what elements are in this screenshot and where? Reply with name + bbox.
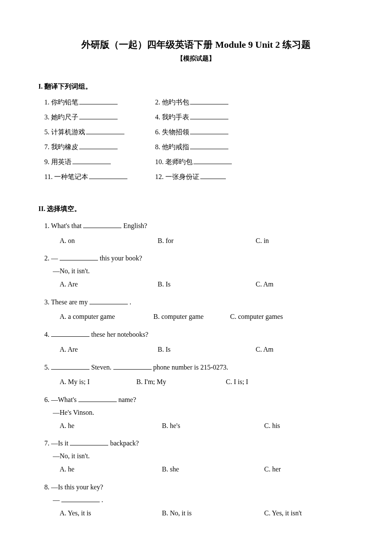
phrase-item: 9. 用英语 bbox=[44, 158, 155, 167]
question-options: A. a computer game B. computer game C. c… bbox=[60, 311, 354, 323]
page-subtitle: 【模拟试题】 bbox=[38, 55, 354, 63]
blank-line[interactable] bbox=[113, 363, 152, 370]
question-options: A. Are B. Is C. Am bbox=[60, 344, 354, 356]
item-text: 失物招领 bbox=[162, 128, 189, 137]
option-a[interactable]: A. Are bbox=[60, 278, 158, 291]
phrase-row: 7. 我旳橡皮 8. 他旳戒指 bbox=[38, 143, 354, 152]
option-b[interactable]: B. Is bbox=[158, 278, 256, 291]
option-a[interactable]: A. he bbox=[60, 420, 162, 432]
blank-line[interactable] bbox=[60, 254, 98, 260]
option-b[interactable]: B. computer game bbox=[153, 311, 230, 323]
question-subline: —He's Vinson. bbox=[53, 409, 354, 416]
phrase-item: 10. 老师旳包 bbox=[155, 158, 266, 167]
option-b[interactable]: B. Is bbox=[158, 344, 256, 356]
stem-text: Steven. bbox=[91, 364, 113, 371]
question-options: A. he B. he's C. his bbox=[60, 420, 354, 432]
blank-line[interactable] bbox=[190, 128, 228, 134]
stem-text: 5. bbox=[44, 364, 51, 371]
question-stem: 7. —Is it backpack? bbox=[44, 438, 354, 449]
blank-line[interactable] bbox=[72, 158, 111, 164]
question-subline: —No, it isn't. bbox=[53, 267, 354, 275]
option-b[interactable]: B. I'm; My bbox=[136, 376, 226, 388]
blank-line[interactable] bbox=[190, 113, 228, 119]
blank-line[interactable] bbox=[200, 173, 226, 179]
item-text: 一种笔记本 bbox=[54, 173, 88, 182]
option-b[interactable]: B. he's bbox=[162, 420, 264, 432]
blank-line[interactable] bbox=[89, 298, 128, 304]
option-c[interactable]: C. Am bbox=[256, 278, 354, 291]
question-options: A. Yes, it is B. No, it is C. Yes, it is… bbox=[60, 507, 354, 520]
item-number: 7. bbox=[44, 143, 49, 151]
blank-line[interactable] bbox=[78, 396, 117, 402]
item-text: 一张身份证 bbox=[165, 173, 199, 182]
blank-line[interactable] bbox=[190, 98, 228, 104]
option-c[interactable]: C. computer games bbox=[230, 311, 328, 323]
blank-line[interactable] bbox=[89, 173, 127, 179]
phrase-row: 11. 一种笔记本 12. 一张身份证 bbox=[38, 173, 354, 182]
section1-header: I. 翻译下列词组。 bbox=[38, 82, 354, 91]
item-text: 我旳橡皮 bbox=[51, 143, 78, 152]
option-a[interactable]: A. Are bbox=[60, 344, 158, 356]
option-c[interactable]: C. his bbox=[264, 420, 366, 432]
phrase-item: 7. 我旳橡皮 bbox=[44, 143, 155, 152]
question-stem: 1. What's that English? bbox=[44, 220, 354, 231]
stem-text: 2. — bbox=[44, 254, 58, 262]
stem-text: . bbox=[101, 496, 103, 503]
stem-text: — bbox=[53, 496, 60, 503]
blank-line[interactable] bbox=[83, 222, 121, 228]
question-stem: 2. — this your book? bbox=[44, 253, 354, 264]
blank-line[interactable] bbox=[193, 158, 232, 164]
blank-line[interactable] bbox=[79, 113, 118, 119]
question-subline: —No, it isn't. bbox=[53, 452, 354, 460]
item-number: 12. bbox=[155, 173, 164, 181]
page-title: 外研版（一起）四年级英语下册 Module 9 Unit 2 练习题 bbox=[38, 38, 354, 51]
question-options: A. My is; I B. I'm; My C. I is; I bbox=[60, 376, 354, 388]
option-a[interactable]: A. on bbox=[60, 235, 158, 247]
item-number: 1. bbox=[44, 98, 49, 106]
question-stem: 5. Steven. phone number is 215-0273. bbox=[44, 362, 354, 373]
blank-line[interactable] bbox=[70, 439, 108, 445]
option-b[interactable]: B. she bbox=[162, 463, 264, 476]
item-number: 3. bbox=[44, 113, 49, 121]
option-c[interactable]: C. Yes, it isn't bbox=[264, 507, 366, 520]
blank-line[interactable] bbox=[79, 143, 118, 149]
phrase-item: 8. 他旳戒指 bbox=[155, 143, 266, 152]
option-c[interactable]: C. her bbox=[264, 463, 366, 476]
blank-line[interactable] bbox=[51, 330, 89, 337]
option-b[interactable]: B. No, it is bbox=[162, 507, 264, 520]
option-a[interactable]: A. Yes, it is bbox=[60, 507, 162, 520]
stem-text: this your book? bbox=[100, 254, 142, 262]
option-a[interactable]: A. he bbox=[60, 463, 162, 476]
option-c[interactable]: C. I is; I bbox=[226, 376, 324, 388]
phrase-row: 3. 她旳尺子 4. 我旳手表 bbox=[38, 113, 354, 122]
option-c[interactable]: C. Am bbox=[256, 344, 354, 356]
stem-text: these her notebooks? bbox=[91, 331, 148, 338]
item-number: 6. bbox=[155, 128, 160, 136]
option-a[interactable]: A. a computer game bbox=[60, 311, 153, 323]
option-b[interactable]: B. for bbox=[158, 235, 256, 247]
option-a[interactable]: A. My is; I bbox=[60, 376, 136, 388]
item-number: 5. bbox=[44, 128, 49, 136]
blank-line[interactable] bbox=[51, 363, 89, 370]
stem-text: backpack? bbox=[110, 439, 139, 447]
stem-text: 7. —Is it bbox=[44, 439, 70, 447]
blank-line[interactable] bbox=[86, 128, 124, 134]
phrase-row: 5. 计算机游戏 6. 失物招领 bbox=[38, 128, 354, 137]
item-number: 11. bbox=[44, 173, 52, 181]
question-stem: 4. these her notebooks? bbox=[44, 329, 354, 340]
question-subline: — . bbox=[53, 496, 354, 504]
option-c[interactable]: C. in bbox=[256, 235, 354, 247]
question-stem: 6. —What's name? bbox=[44, 394, 354, 405]
item-text: 他旳戒指 bbox=[162, 143, 189, 152]
blank-line[interactable] bbox=[190, 143, 228, 149]
phrase-item: 6. 失物招领 bbox=[155, 128, 266, 137]
question-options: A. on B. for C. in bbox=[60, 235, 354, 247]
worksheet-page: 外研版（一起）四年级英语下册 Module 9 Unit 2 练习题 【模拟试题… bbox=[0, 0, 392, 555]
question-stem: 8. —Is this your key? bbox=[44, 482, 354, 493]
blank-line[interactable] bbox=[61, 496, 100, 502]
stem-text: 8. —Is this your key? bbox=[44, 483, 103, 491]
blank-line[interactable] bbox=[79, 98, 118, 104]
phrase-item: 12. 一张身份证 bbox=[155, 173, 266, 182]
section2-header: II. 选择填空。 bbox=[38, 205, 354, 214]
item-number: 8. bbox=[155, 143, 160, 151]
